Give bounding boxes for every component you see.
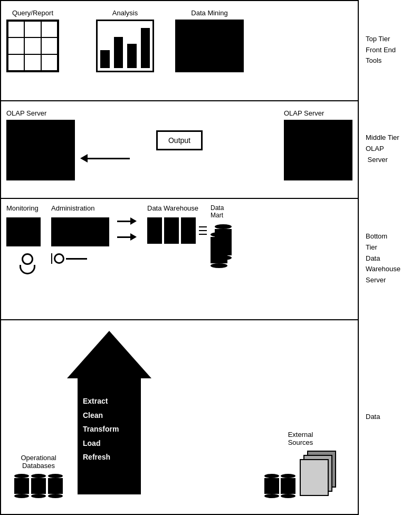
olap-left-box <box>6 120 75 180</box>
op-db-cyl-2 <box>31 474 46 498</box>
tier-middle: OLAP Server Output <box>1 101 358 199</box>
cyl-top-2 <box>31 474 46 478</box>
analysis-icon <box>96 20 154 72</box>
output-label: Output <box>168 136 190 145</box>
cyl-top-ext-1 <box>264 474 279 478</box>
ext-section: External Sources <box>264 431 337 498</box>
cyl-bottom-3 <box>48 494 63 498</box>
op-db-cyl-3 <box>48 474 63 498</box>
dw-connect-lines <box>199 226 207 235</box>
cyl-body-ext-2 <box>281 478 295 494</box>
middle-tier-label: Middle TierOLAP Server <box>366 132 413 165</box>
cyl-top-3 <box>48 474 63 478</box>
data-mining-label: Data Mining <box>191 9 227 17</box>
admin-box <box>51 217 109 246</box>
op-db-label: Operational Databases <box>14 454 63 470</box>
op-db-cylinders <box>14 474 63 498</box>
bar-2 <box>114 37 123 68</box>
grid-cell <box>41 54 58 71</box>
cyl-bottom-2 <box>31 494 46 498</box>
data-mining-item: Data Mining <box>175 9 244 72</box>
olap-left: OLAP Server <box>6 109 75 180</box>
dw-box-3 <box>181 217 196 244</box>
analysis-item: Analysis <box>96 9 154 72</box>
monitoring-col: Monitoring <box>6 204 49 274</box>
cyl-body-ext-1 <box>264 478 279 494</box>
papers-stack <box>300 451 337 498</box>
cyl-bottom-ext-2 <box>281 494 295 498</box>
arrow-line-1 <box>117 221 130 222</box>
output-box: Output <box>156 130 203 150</box>
label-data: Data <box>363 319 416 515</box>
connect-h-1 <box>199 226 207 227</box>
query-report-label: Query/Report <box>12 9 53 17</box>
arrow-tip-1 <box>130 217 137 225</box>
cyl-body-3 <box>48 478 63 494</box>
paper-front <box>300 459 329 496</box>
query-report-item: Query/Report <box>6 9 59 72</box>
dw-col: Data Warehouse <box>139 204 208 244</box>
dw-box-2 <box>164 217 179 244</box>
label-bottom: BottomTierDataWarehouseServer <box>363 198 416 319</box>
grid-cell <box>41 37 58 54</box>
dw-boxes-row <box>147 217 208 244</box>
ext-cylinders <box>264 474 295 498</box>
ext-label: External Sources <box>264 431 337 446</box>
op-db-section: Operational Databases <box>14 454 63 498</box>
grid-cell <box>24 21 41 37</box>
cyl-bottom-front <box>211 263 227 268</box>
hub-icon <box>54 253 64 264</box>
person-body <box>20 265 35 274</box>
connect-h-3 <box>199 234 207 235</box>
arrow-head-up <box>67 331 151 378</box>
vertical-line-admin <box>51 253 52 264</box>
tier-data: Extract Clean Transform Load Refresh Ope… <box>1 320 358 514</box>
bottom-tier-label: BottomTierDataWarehouseServer <box>366 231 413 286</box>
grid-cell <box>8 37 24 54</box>
top-tools: Query/Report Analysis <box>6 9 352 72</box>
label-middle: Middle TierOLAP Server <box>363 100 416 198</box>
dm-label: DataMart <box>211 204 258 219</box>
arrow-tip-2 <box>130 233 137 241</box>
bar-4 <box>141 28 150 68</box>
analysis-label: Analysis <box>112 9 138 17</box>
main-container: Query/Report Analysis <box>0 0 420 515</box>
dm-col: DataMart <box>211 204 258 272</box>
bar-1 <box>100 50 110 68</box>
labels-area: Top TierFront End Tools Middle TierOLAP … <box>359 0 420 515</box>
middle-content: OLAP Server Output <box>6 109 352 188</box>
dm-cyl-front <box>211 232 227 268</box>
arrow-left-line <box>88 158 130 159</box>
arrow-body: Extract Clean Transform Load Refresh <box>78 378 141 494</box>
op-db-cyl-1 <box>14 474 29 498</box>
data-tier-label: Data <box>366 412 413 423</box>
top-tier-label: Top TierFront End Tools <box>366 34 413 66</box>
cyl-bottom-ext-1 <box>264 494 279 498</box>
grid-cell <box>8 54 24 71</box>
cyl-body-front <box>211 237 227 263</box>
hub-line <box>66 258 87 260</box>
arrow-text: Extract Clean Transform Load Refresh <box>83 394 119 464</box>
cyl-bottom-1 <box>14 494 29 498</box>
monitoring-box <box>6 217 41 246</box>
diagram-area: Query/Report Analysis <box>0 0 359 515</box>
bar-3 <box>127 44 137 68</box>
dw-box-1 <box>147 217 162 244</box>
arrow-2-row <box>117 233 137 241</box>
cyl-top-ext-2 <box>281 474 295 478</box>
cyl-top-1 <box>14 474 29 478</box>
arrows-col <box>117 204 137 241</box>
monitoring-label: Monitoring <box>6 204 49 212</box>
grid-cell <box>24 54 41 71</box>
arrow-1-row <box>117 217 137 225</box>
big-arrow: Extract Clean Transform Load Refresh <box>67 331 151 494</box>
cyl-body-1 <box>14 478 29 494</box>
connect-h-2 <box>199 230 207 231</box>
ext-cyl-2 <box>281 474 295 498</box>
admin-label: Administration <box>51 204 114 212</box>
grid-cell <box>8 21 24 37</box>
grid-cell <box>24 37 41 54</box>
grid-cell <box>41 21 58 37</box>
olap-right-box <box>284 120 352 180</box>
dw-label: Data Warehouse <box>147 204 208 212</box>
